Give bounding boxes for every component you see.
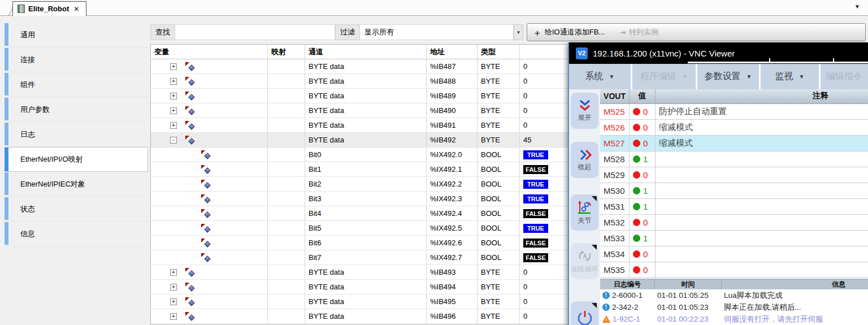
tab-elite-robot[interactable]: Elite_Robot ✕ bbox=[12, 1, 86, 16]
vout-row[interactable]: M528 1 bbox=[600, 151, 868, 167]
col-channel[interactable]: 通道 bbox=[305, 45, 427, 59]
col-log-code: 日志编号 bbox=[600, 280, 655, 289]
sidebar-item-ethernetip-iec-objects[interactable]: EtherNet/IPIEC对象 bbox=[5, 172, 148, 197]
tab-overflow-icon[interactable]: ▼ bbox=[854, 3, 860, 10]
input-channel-icon bbox=[185, 312, 195, 320]
expand-toggle[interactable]: + bbox=[170, 313, 177, 320]
vnc-app-icon: V2 bbox=[576, 47, 588, 59]
vout-row[interactable]: M530 1 bbox=[600, 183, 868, 199]
sidebar-item-general[interactable]: 通用 bbox=[5, 23, 148, 47]
sidebar-item-ethernetip-io-mapping[interactable]: EtherNet/IPI/O映射 bbox=[5, 147, 148, 172]
expand-down-icon bbox=[578, 99, 592, 112]
continuous-loop-button[interactable]: A 连续循环 bbox=[571, 243, 598, 279]
vout-row[interactable]: M525 0 防护停止自动重置 bbox=[600, 104, 868, 120]
menu-monitor[interactable]: 监视▼ bbox=[761, 64, 821, 89]
input-channel-icon bbox=[185, 62, 195, 71]
bool-value-badge: FALSE bbox=[523, 239, 548, 248]
input-channel-icon bbox=[201, 194, 211, 203]
bool-value-badge: FALSE bbox=[523, 253, 548, 262]
input-channel-icon bbox=[185, 268, 195, 276]
sidebar-item-status[interactable]: 状态 bbox=[5, 197, 148, 222]
collapse-right-icon bbox=[578, 149, 592, 161]
chevron-down-icon: ▼ bbox=[747, 73, 752, 80]
col-vout: VOUT bbox=[600, 89, 630, 103]
expand-toggle[interactable]: + bbox=[170, 269, 177, 276]
vout-row[interactable]: M534 0 bbox=[600, 246, 868, 262]
sidebar-item-log[interactable]: 日志 bbox=[5, 122, 148, 147]
expand-toggle[interactable]: + bbox=[170, 93, 177, 99]
menu-system[interactable]: 系统▼ bbox=[569, 64, 632, 89]
state-dot bbox=[633, 171, 640, 179]
expand-toggle[interactable]: + bbox=[170, 122, 177, 129]
collapse-toggle[interactable]: - bbox=[170, 137, 177, 144]
log-row[interactable]: !2-6000-1 01-01 01:05:25 Lua脚本加载完成 bbox=[600, 289, 868, 301]
col-address[interactable]: 地址 bbox=[427, 45, 478, 59]
filter-select[interactable]: 显示所有 bbox=[360, 24, 514, 40]
power-icon bbox=[576, 310, 593, 325]
find-label: 查找 bbox=[150, 24, 175, 40]
bool-value-badge: FALSE bbox=[523, 165, 548, 174]
add-fb-label: 给IO通道添加FB... bbox=[545, 27, 605, 37]
sidebar-item-user-params[interactable]: 用户参数 bbox=[5, 97, 148, 122]
expand-toggle[interactable]: + bbox=[170, 78, 177, 85]
auto-loop-icon: A bbox=[577, 249, 593, 263]
state-dot bbox=[633, 266, 640, 274]
pendant-body: 展开 收起 bbox=[569, 89, 868, 325]
state-dot bbox=[633, 140, 640, 147]
input-channel-icon bbox=[201, 209, 211, 218]
document-tabstrip: Elite_Robot ✕ ▼ bbox=[0, 0, 868, 16]
vout-row[interactable]: M526 0 缩减模式 bbox=[600, 120, 868, 136]
col-comment: 注释 bbox=[656, 89, 868, 103]
col-mapping[interactable]: 映射 bbox=[268, 45, 305, 59]
vnc-title-bar[interactable]: V2 192.168.1.200 (x11vnc) - VNC Viewer bbox=[569, 42, 868, 64]
goto-instance-icon: ⇥ bbox=[619, 29, 626, 36]
menu-edit-instruction[interactable]: 编辑指令 bbox=[821, 64, 868, 89]
settings-sidebar: 通用 连接 组件 用户参数 日志 EtherNet/IPI/O映射 EtherN… bbox=[5, 23, 148, 246]
col-log-time: 时间 bbox=[655, 280, 722, 289]
filter-dropdown-icon[interactable]: ▼ bbox=[514, 24, 523, 40]
vout-row[interactable]: M529 0 bbox=[600, 167, 868, 183]
corner-menu-indicator bbox=[592, 303, 597, 308]
vout-row[interactable]: M535 0 bbox=[600, 262, 868, 278]
expand-toggle[interactable]: + bbox=[170, 284, 177, 291]
sidebar-item-information[interactable]: 信息 bbox=[5, 222, 148, 246]
expand-toggle[interactable]: + bbox=[170, 107, 177, 114]
tab-close-icon[interactable]: ✕ bbox=[73, 5, 79, 13]
expand-toggle[interactable]: + bbox=[170, 298, 177, 305]
application-window: Elite_Robot ✕ ▼ 通用 连接 组件 用户参数 日志 EtherNe… bbox=[0, 0, 868, 325]
log-row[interactable]: !1-92C-1 01-01 00:22:23 伺服没有打开，请先打开伺服 bbox=[600, 313, 868, 325]
collapse-all-button[interactable]: 收起 bbox=[571, 142, 598, 178]
vout-row[interactable]: M531 1 bbox=[600, 199, 868, 215]
vout-row[interactable]: M532 0 bbox=[600, 215, 868, 231]
sidebar-item-components[interactable]: 组件 bbox=[5, 72, 148, 97]
chevron-down-icon: ▼ bbox=[799, 73, 805, 80]
corner-menu-indicator bbox=[592, 245, 597, 250]
vout-rows: M525 0 防护停止自动重置 M526 0 缩减模式 M527 0 缩减模式 bbox=[600, 104, 868, 279]
input-channel-icon bbox=[201, 165, 211, 174]
io-mapping-toolbar: 查找 过滤 显示所有 ▼ ＋ 给IO通道添加FB... ⇥ 转到实例 bbox=[150, 24, 866, 41]
goto-instance-button[interactable]: ⇥ 转到实例 bbox=[619, 27, 658, 37]
state-dot bbox=[633, 203, 640, 210]
vnc-viewer-window: V2 192.168.1.200 (x11vnc) - VNC Viewer 系… bbox=[568, 42, 868, 325]
bool-value-badge: FALSE bbox=[523, 209, 548, 218]
menu-parameter-settings[interactable]: 参数设置▼ bbox=[697, 64, 761, 89]
col-type[interactable]: 类型 bbox=[478, 45, 520, 59]
input-channel-icon bbox=[201, 150, 211, 159]
vout-row-selected[interactable]: M527 0 缩减模式 bbox=[600, 136, 868, 151]
sidebar-item-connection[interactable]: 连接 bbox=[5, 47, 148, 72]
find-input[interactable] bbox=[175, 24, 335, 40]
add-fb-button[interactable]: ＋ 给IO通道添加FB... bbox=[533, 27, 605, 37]
servo-power-button[interactable] bbox=[571, 301, 598, 325]
expand-all-button[interactable]: 展开 bbox=[571, 93, 598, 129]
col-variable[interactable]: 变量 bbox=[151, 45, 268, 59]
state-dot bbox=[633, 124, 640, 131]
vout-row[interactable]: M533 1 bbox=[600, 231, 868, 246]
log-row[interactable]: !2-342-2 01-01 01:05:23 脚本正在加载,请稍后... bbox=[600, 301, 868, 313]
state-dot bbox=[633, 187, 640, 194]
pendant-tables: VOUT 值 注释 M525 0 防护停止自动重置 M526 0 缩减模式 bbox=[600, 89, 868, 325]
vout-table-header: VOUT 值 注释 bbox=[600, 89, 868, 104]
menu-program-edit[interactable]: 程序编辑▼ bbox=[632, 64, 697, 89]
bool-value-badge: TRUE bbox=[523, 180, 548, 189]
joint-mode-button[interactable]: 关节 bbox=[571, 194, 598, 231]
expand-toggle[interactable]: + bbox=[170, 63, 177, 70]
